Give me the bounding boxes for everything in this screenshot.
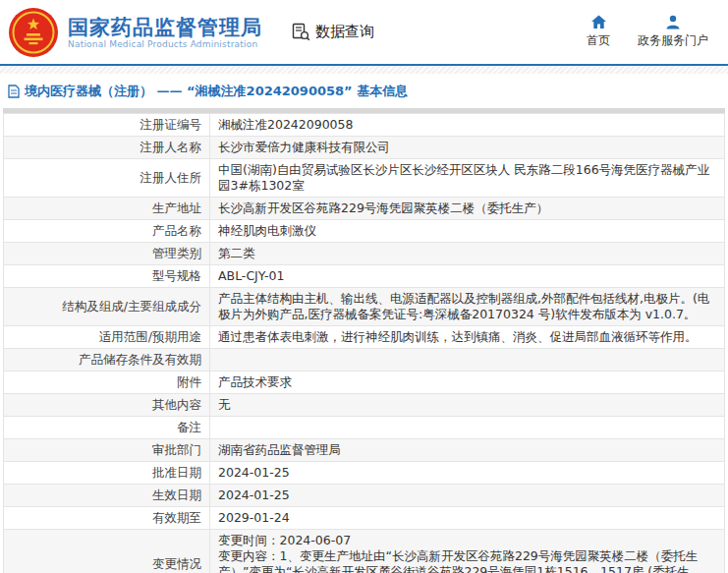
nav-gov-service-label: 政务服务门户 [638, 32, 708, 49]
national-emblem-logo [8, 7, 59, 58]
row-label: 其他内容 [4, 394, 210, 417]
table-row: 附件产品技术要求 [4, 372, 725, 394]
row-value: 产品主体结构由主机、输出线、电源适配器以及控制器组成,外部配件包括线材,电极片。… [210, 288, 725, 326]
header-nav: 首页 政务服务门户 [587, 15, 714, 49]
row-value: 中国(湖南)自由贸易试验区长沙片区长沙经开区区块人 民东路二段166号海凭医疗器… [210, 159, 725, 198]
row-label: 注册人名称 [4, 137, 210, 159]
page-icon [8, 85, 20, 98]
row-label: 适用范围/预期用途 [4, 326, 210, 349]
row-value: 长沙市爱倍力健康科技有限公司 [210, 137, 725, 159]
row-value: 2029-01-24 [210, 507, 725, 530]
row-label: 结构及组成/主要组成成分 [4, 288, 210, 326]
table-row: 管理类别第二类 [4, 243, 725, 265]
site-header: 国家药品监督管理局 National Medical Products Admi… [0, 0, 728, 66]
row-label: 批准日期 [4, 462, 210, 485]
table-row: 有效期至2029-01-24 [4, 507, 725, 530]
row-value: 变更时间：2024-06-07变更内容：1、变更生产地址由“长沙高新开发区谷苑路… [210, 530, 725, 573]
row-value-line: 变更内容：1、变更生产地址由“长沙高新开发区谷苑路229号海凭园聚英楼二楼（委托… [218, 548, 716, 573]
data-query-label: 数据查询 [315, 23, 374, 41]
row-value: 通过患者体表电刺激，进行神经肌肉训练，达到镇痛、消炎、促进局部血液循环等作用。 [210, 326, 725, 349]
document-search-icon [292, 23, 310, 41]
table-row: 变更情况变更时间：2024-06-07变更内容：1、变更生产地址由“长沙高新开发… [4, 530, 725, 573]
row-label: 有效期至 [4, 507, 210, 530]
home-icon [590, 15, 607, 29]
table-row: 生产地址长沙高新开发区谷苑路229号海凭园聚英楼二楼（委托生产） [4, 198, 725, 220]
breadcrumb-text: 境内医疗器械（注册） —— “湘械注准20242090058” 基本信息 [25, 83, 408, 100]
table-row: 审批部门湖南省药品监督管理局 [4, 439, 725, 462]
row-label: 注册人住所 [4, 159, 210, 198]
row-value: 长沙高新开发区谷苑路229号海凭园聚英楼二楼（委托生产） [210, 198, 725, 220]
table-row: 适用范围/预期用途通过患者体表电刺激，进行神经肌肉训练，达到镇痛、消炎、促进局部… [4, 326, 725, 349]
row-value: 第二类 [210, 243, 725, 265]
header-divider-strip [0, 66, 728, 74]
user-icon [665, 15, 681, 29]
table-row: 产品储存条件及有效期 [4, 349, 725, 372]
row-label: 生产地址 [4, 198, 210, 220]
table-row: 其他内容无 [4, 394, 725, 417]
breadcrumb: 境内医疗器械（注册） —— “湘械注准20242090058” 基本信息 [0, 74, 728, 108]
table-row: 型号规格ABL-CJY-01 [4, 265, 725, 288]
row-value: 湘械注准20242090058 [210, 114, 725, 137]
table-row: 产品名称神经肌肉电刺激仪 [4, 220, 725, 243]
nav-gov-service-portal[interactable]: 政务服务门户 [638, 15, 708, 49]
row-value [210, 417, 725, 439]
row-value: ABL-CJY-01 [210, 265, 725, 288]
nav-home-label: 首页 [587, 32, 610, 49]
row-label: 产品储存条件及有效期 [4, 349, 210, 372]
row-value: 神经肌肉电刺激仪 [210, 220, 725, 243]
table-row: 生效日期2024-01-25 [4, 485, 725, 507]
row-value: 2024-01-25 [210, 462, 725, 485]
row-label: 生效日期 [4, 485, 210, 507]
row-value: 2024-01-25 [210, 485, 725, 507]
row-value: 湖南省药品监督管理局 [210, 439, 725, 462]
row-label: 备注 [4, 417, 210, 439]
row-label: 审批部门 [4, 439, 210, 462]
table-row: 备注 [4, 417, 725, 439]
row-value-line: 变更时间：2024-06-07 [218, 533, 716, 548]
row-value: 产品技术要求 [210, 372, 725, 394]
row-label: 变更情况 [4, 530, 210, 573]
table-row: 注册人名称长沙市爱倍力健康科技有限公司 [4, 137, 725, 159]
row-label: 管理类别 [4, 243, 210, 265]
agency-name-english: National Medical Products Administration [68, 39, 262, 49]
info-table-body: 注册证编号湘械注准20242090058注册人名称长沙市爱倍力健康科技有限公司注… [4, 114, 725, 573]
table-row: 批准日期2024-01-25 [4, 462, 725, 485]
row-label: 注册证编号 [4, 114, 210, 137]
row-value [210, 349, 725, 372]
data-query-button[interactable]: 数据查询 [292, 23, 374, 41]
agency-name: 国家药品监督管理局 [68, 16, 262, 39]
row-label: 型号规格 [4, 265, 210, 288]
table-row: 结构及组成/主要组成成分产品主体结构由主机、输出线、电源适配器以及控制器组成,外… [4, 288, 725, 326]
row-value: 无 [210, 394, 725, 417]
nav-home[interactable]: 首页 [587, 15, 610, 49]
agency-title-block: 国家药品监督管理局 National Medical Products Admi… [68, 16, 262, 49]
row-label: 附件 [4, 372, 210, 394]
row-label: 产品名称 [4, 220, 210, 243]
registration-info-table: 注册证编号湘械注准20242090058注册人名称长沙市爱倍力健康科技有限公司注… [3, 108, 725, 573]
table-row: 注册人住所中国(湖南)自由贸易试验区长沙片区长沙经开区区块人 民东路二段166号… [4, 159, 725, 198]
table-row: 注册证编号湘械注准20242090058 [4, 114, 725, 137]
